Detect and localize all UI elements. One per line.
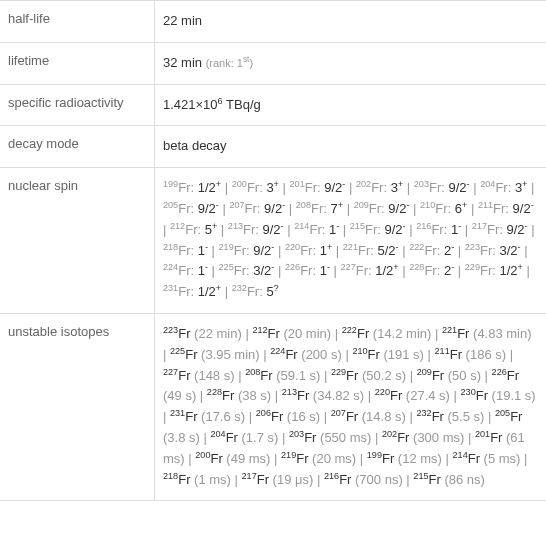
row-specific-radioactivity: specific radioactivity 1.421×106 TBq/g bbox=[0, 85, 546, 127]
value-half-life: 22 min bbox=[155, 1, 546, 42]
unstable-isotope-item: 217Fr (19 μs) bbox=[242, 472, 314, 487]
nuclear-spin-item: 216Fr: 1- bbox=[416, 222, 461, 237]
nuclear-spin-item: 210Fr: 6+ bbox=[420, 201, 467, 216]
nuclear-spin-item: 215Fr: 9/2- bbox=[350, 222, 406, 237]
unstable-isotope-item: 221Fr (4.83 min) bbox=[442, 326, 532, 341]
nuclear-spin-item: 202Fr: 3+ bbox=[356, 180, 403, 195]
unstable-isotope-item: 203Fr (550 ms) bbox=[289, 430, 371, 445]
nuclear-spin-item: 211Fr: 9/2- bbox=[478, 201, 534, 216]
row-unstable-isotopes: unstable isotopes 223Fr (22 min) | 212Fr… bbox=[0, 314, 546, 501]
unstable-isotope-item: 222Fr (14.2 min) bbox=[342, 326, 432, 341]
value-unstable-isotopes: 223Fr (22 min) | 212Fr (20 min) | 222Fr … bbox=[155, 314, 546, 500]
nuclear-spin-item: 205Fr: 9/2- bbox=[163, 201, 219, 216]
lifetime-rank: (rank: 1st) bbox=[206, 57, 253, 69]
row-half-life: half-life 22 min bbox=[0, 0, 546, 43]
nuclear-spin-item: 199Fr: 1/2+ bbox=[163, 180, 221, 195]
unstable-isotope-item: 229Fr (50.2 s) bbox=[331, 368, 406, 383]
unstable-isotope-item: 225Fr (3.95 min) bbox=[170, 347, 260, 362]
lifetime-value: 32 min bbox=[163, 55, 202, 70]
unstable-isotope-item: 218Fr (1 ms) bbox=[163, 472, 231, 487]
nuclear-spin-item: 224Fr: 1- bbox=[163, 263, 208, 278]
nuclear-spin-item: 201Fr: 9/2- bbox=[290, 180, 346, 195]
unstable-isotope-item: 215Fr (86 ns) bbox=[413, 472, 485, 487]
nuclear-spin-item: 226Fr: 1- bbox=[285, 263, 330, 278]
label-half-life: half-life bbox=[0, 1, 155, 42]
nuclear-spin-item: 208Fr: 7+ bbox=[296, 201, 343, 216]
value-decay-mode: beta decay bbox=[155, 126, 546, 167]
label-decay-mode: decay mode bbox=[0, 126, 155, 167]
nuclear-spin-item: 220Fr: 1+ bbox=[285, 243, 332, 258]
nuclear-spin-item: 218Fr: 1- bbox=[163, 243, 208, 258]
nuclear-spin-item: 217Fr: 9/2- bbox=[472, 222, 528, 237]
nuclear-spin-item: 228Fr: 2- bbox=[409, 263, 454, 278]
label-lifetime: lifetime bbox=[0, 43, 155, 84]
row-nuclear-spin: nuclear spin 199Fr: 1/2+ | 200Fr: 3+ | 2… bbox=[0, 168, 546, 314]
unstable-isotope-item: 199Fr (12 ms) bbox=[367, 451, 442, 466]
unstable-isotope-item: 210Fr (191 s) bbox=[352, 347, 424, 362]
unstable-isotope-item: 214Fr (5 ms) bbox=[453, 451, 521, 466]
unstable-isotope-item: 200Fr (49 ms) bbox=[195, 451, 270, 466]
nuclear-spin-item: 207Fr: 9/2- bbox=[229, 201, 285, 216]
unstable-isotope-item: 202Fr (300 ms) bbox=[382, 430, 464, 445]
unstable-isotope-item: 213Fr (34.82 s) bbox=[282, 388, 364, 403]
unstable-isotope-item: 204Fr (1.7 s) bbox=[210, 430, 278, 445]
unstable-isotope-item: 227Fr (148 s) bbox=[163, 368, 235, 383]
unstable-isotope-item: 232Fr (5.5 s) bbox=[416, 409, 484, 424]
nuclear-spin-item: 231Fr: 1/2+ bbox=[163, 284, 221, 299]
unstable-isotope-item: 212Fr (20 min) bbox=[252, 326, 331, 341]
properties-table: half-life 22 min lifetime 32 min (rank: … bbox=[0, 0, 546, 501]
row-decay-mode: decay mode beta decay bbox=[0, 126, 546, 168]
unstable-isotope-item: 230Fr (19.1 s) bbox=[461, 388, 536, 403]
label-nuclear-spin: nuclear spin bbox=[0, 168, 155, 313]
row-lifetime: lifetime 32 min (rank: 1st) bbox=[0, 43, 546, 85]
nuclear-spin-item: 200Fr: 3+ bbox=[232, 180, 279, 195]
nuclear-spin-item: 209Fr: 9/2- bbox=[354, 201, 410, 216]
unstable-isotope-item: 224Fr (200 s) bbox=[270, 347, 342, 362]
nuclear-spin-item: 212Fr: 5+ bbox=[170, 222, 217, 237]
nuclear-spin-item: 214Fr: 1- bbox=[294, 222, 339, 237]
nuclear-spin-item: 204Fr: 3+ bbox=[480, 180, 527, 195]
unstable-isotope-item: 208Fr (59.1 s) bbox=[245, 368, 320, 383]
unstable-isotope-item: 231Fr (17.6 s) bbox=[170, 409, 245, 424]
unstable-isotope-item: 206Fr (16 s) bbox=[256, 409, 320, 424]
unstable-isotope-item: 207Fr (14.8 s) bbox=[331, 409, 406, 424]
nuclear-spin-item: 232Fr: 5? bbox=[232, 284, 279, 299]
nuclear-spin-item: 203Fr: 9/2- bbox=[414, 180, 470, 195]
nuclear-spin-item: 213Fr: 9/2- bbox=[228, 222, 284, 237]
unstable-isotope-item: 216Fr (700 ns) bbox=[324, 472, 403, 487]
unstable-isotope-item: 219Fr (20 ms) bbox=[281, 451, 356, 466]
nuclear-spin-item: 219Fr: 9/2- bbox=[219, 243, 275, 258]
nuclear-spin-item: 225Fr: 3/2- bbox=[219, 263, 275, 278]
unstable-isotope-item: 211Fr (186 s) bbox=[435, 347, 507, 362]
nuclear-spin-item: 227Fr: 1/2+ bbox=[341, 263, 399, 278]
unstable-isotope-item: 223Fr (22 min) bbox=[163, 326, 242, 341]
value-lifetime: 32 min (rank: 1st) bbox=[155, 43, 546, 84]
value-specific-radioactivity: 1.421×106 TBq/g bbox=[155, 85, 546, 126]
unstable-isotope-item: 209Fr (50 s) bbox=[417, 368, 481, 383]
nuclear-spin-item: 221Fr: 5/2- bbox=[343, 243, 399, 258]
label-unstable-isotopes: unstable isotopes bbox=[0, 314, 155, 500]
nuclear-spin-item: 223Fr: 3/2- bbox=[465, 243, 521, 258]
unstable-isotope-item: 220Fr (27.4 s) bbox=[375, 388, 450, 403]
label-specific-radioactivity: specific radioactivity bbox=[0, 85, 155, 126]
nuclear-spin-item: 222Fr: 2- bbox=[409, 243, 454, 258]
value-nuclear-spin: 199Fr: 1/2+ | 200Fr: 3+ | 201Fr: 9/2- | … bbox=[155, 168, 546, 313]
unstable-isotope-item: 228Fr (38 s) bbox=[207, 388, 271, 403]
nuclear-spin-item: 229Fr: 1/2+ bbox=[465, 263, 523, 278]
